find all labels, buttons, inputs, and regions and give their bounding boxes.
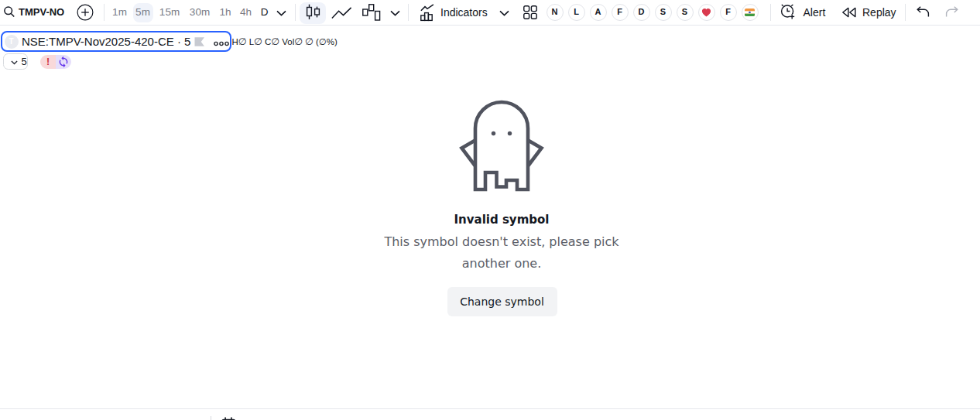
toolbar-separator: [104, 4, 105, 21]
sync-icon: [57, 56, 70, 68]
exclamation-icon: !: [46, 57, 50, 67]
symbol-logo-avatar: T: [5, 35, 19, 49]
grid-layout-icon: [523, 5, 537, 19]
search-icon: [4, 6, 15, 18]
chart-page: TMPV-NO 1m 5m 15m 30m 1h 4h D: [0, 0, 980, 420]
badge-letter: A: [595, 8, 601, 16]
interval-button-4h[interactable]: 4h: [240, 0, 252, 25]
badge-letter: D: [639, 8, 645, 16]
bottom-toolbar-separator: [211, 416, 211, 420]
ohlc-volume-value: ∅: [294, 36, 303, 47]
interval-button-1d[interactable]: D: [261, 0, 269, 25]
line-chart-icon: [331, 7, 352, 19]
quick-badge-f1[interactable]: F: [612, 4, 629, 21]
alert-button[interactable]: Alert: [776, 0, 828, 25]
data-status-pill: !: [40, 55, 71, 69]
ohlc-low-value: ∅: [254, 36, 262, 47]
interval-quick-dropdown[interactable]: 5: [3, 53, 28, 70]
quick-badge-d[interactable]: D: [633, 4, 650, 21]
quick-badge-f2[interactable]: F: [720, 4, 737, 21]
interval-button-15m[interactable]: 15m: [159, 0, 180, 25]
plus-circle-icon: [77, 4, 94, 21]
quick-badge-s2[interactable]: S: [677, 4, 694, 21]
quick-badge-l[interactable]: L: [568, 4, 585, 21]
error-message-line1: This symbol doesn't exist, please pick: [0, 231, 980, 253]
layout-grid-button[interactable]: [520, 2, 540, 22]
ohlc-legend: H∅L∅C∅Vol∅∅(∅%): [232, 32, 338, 53]
error-message: This symbol doesn't exist, please pick a…: [0, 231, 980, 275]
replay-label: Replay: [862, 0, 896, 25]
quick-badge-n[interactable]: N: [547, 4, 564, 21]
chart-style-bars-button[interactable]: [359, 2, 384, 24]
toolbar-separator: [770, 4, 771, 21]
interval-button-1h[interactable]: 1h: [219, 0, 231, 25]
data-warning-badge[interactable]: !: [40, 55, 56, 69]
add-symbol-button[interactable]: [77, 4, 94, 21]
toolbar-separator: [408, 4, 409, 21]
heart-icon: [701, 8, 711, 17]
flag-marker-icon[interactable]: [194, 37, 205, 46]
interval-menu-chevron-icon[interactable]: [276, 10, 286, 16]
badge-letter: F: [725, 8, 731, 16]
three-dots-icon[interactable]: [214, 40, 230, 47]
indicators-label: Indicators: [440, 0, 488, 25]
ohlc-volume-label: Vol: [282, 37, 294, 46]
quick-badge-india-flag[interactable]: [742, 4, 759, 21]
ohlc-high-value: ∅: [238, 36, 247, 47]
candles-icon: [303, 4, 323, 22]
chart-style-line-button[interactable]: [330, 2, 353, 24]
ohlc-high-label: H: [232, 37, 238, 46]
alarm-clock-plus-icon: [778, 2, 797, 22]
chart-style-menu-chevron-icon[interactable]: [390, 10, 400, 16]
calendar-icon[interactable]: [221, 417, 237, 420]
interval-button-30m[interactable]: 30m: [190, 0, 210, 25]
badge-letter: S: [682, 8, 687, 16]
ghost-illustration: [453, 97, 550, 194]
top-toolbar: TMPV-NO 1m 5m 15m 30m 1h 4h D: [0, 0, 980, 26]
rewind-icon: [841, 7, 857, 18]
badge-letter: L: [574, 8, 579, 16]
symbol-search-button[interactable]: TMPV-NO: [0, 0, 71, 25]
badge-letter: F: [617, 8, 622, 16]
redo-arrow-icon[interactable]: [945, 6, 958, 18]
interval-button-1m[interactable]: 1m: [112, 0, 127, 25]
toolbar-separator: [905, 4, 906, 21]
interval-quick-value: 5: [22, 54, 27, 69]
undo-arrow-icon[interactable]: [917, 6, 930, 18]
bottom-divider: [0, 408, 980, 409]
alert-label: Alert: [804, 0, 826, 25]
symbol-title[interactable]: NSE:TMPV-Nov2025-420-CE · 5: [22, 32, 190, 50]
quick-badge-heart[interactable]: [698, 4, 715, 21]
symbol-search-label: TMPV-NO: [19, 0, 64, 24]
badge-letter: S: [660, 8, 666, 16]
change-percent: (∅%): [316, 37, 338, 46]
error-message-line2: another one.: [0, 253, 980, 275]
chevron-down-icon: [11, 60, 18, 65]
ohlc-close-value: ∅: [271, 36, 279, 47]
quick-badge-s1[interactable]: S: [655, 4, 672, 21]
symbol-legend-box[interactable]: T NSE:TMPV-Nov2025-420-CE · 5: [1, 31, 231, 52]
indicators-icon: [420, 4, 436, 22]
symbol-logo-letter: T: [9, 37, 13, 46]
bars-icon: [362, 4, 381, 22]
quick-badge-a[interactable]: A: [590, 4, 607, 21]
chart-style-candles-button[interactable]: [300, 2, 326, 24]
data-sync-badge[interactable]: [56, 55, 71, 69]
indicators-button[interactable]: Indicators: [416, 0, 494, 25]
badge-letter: N: [552, 8, 558, 16]
interval-button-5m[interactable]: 5m: [135, 0, 150, 25]
toolbar-separator: [295, 4, 296, 21]
change-symbol-button[interactable]: Change symbol: [447, 287, 557, 317]
indicators-menu-chevron-icon[interactable]: [499, 10, 509, 16]
replay-button[interactable]: Replay: [840, 0, 896, 25]
india-flag-icon: [745, 9, 755, 16]
change-value: ∅: [305, 36, 314, 47]
error-title: Invalid symbol: [0, 212, 980, 227]
